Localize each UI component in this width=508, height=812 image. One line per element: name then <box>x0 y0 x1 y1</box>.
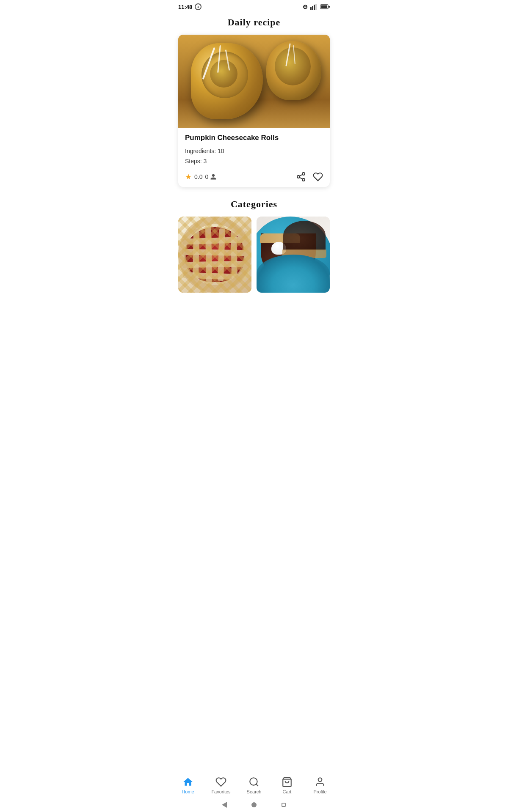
recipe-name: Pumpkin Cheesecake Rolls <box>185 134 323 142</box>
recipe-info: Pumpkin Cheesecake Rolls Ingredients: 10… <box>178 128 330 187</box>
heart-icon <box>313 172 323 182</box>
time: 11:48 <box>178 4 192 10</box>
svg-line-11 <box>300 174 303 176</box>
ingredients-label: Ingredients: <box>185 148 216 154</box>
daily-recipe-card[interactable]: Pumpkin Cheesecake Rolls Ingredients: 10… <box>178 35 330 187</box>
status-right: ⊖ <box>303 3 330 10</box>
ingredients-count: 10 <box>218 148 224 154</box>
roll-visual <box>178 35 330 128</box>
notification-dot: ● <box>195 3 202 10</box>
status-left: 11:48 ● <box>178 3 202 10</box>
categories-title: Categories <box>171 197 337 217</box>
svg-rect-0 <box>310 7 312 10</box>
share-icon <box>296 172 306 182</box>
svg-rect-6 <box>329 6 330 8</box>
battery-icon <box>320 4 330 9</box>
star-icon: ★ <box>185 172 192 181</box>
svg-rect-5 <box>321 5 327 8</box>
svg-line-10 <box>300 177 303 179</box>
rating-count: 0 <box>205 173 217 180</box>
category-card-fruit-pie[interactable] <box>178 217 251 293</box>
svg-rect-3 <box>315 4 317 10</box>
svg-rect-2 <box>314 5 315 10</box>
steps-count: 3 <box>204 158 207 165</box>
dnd-icon: ⊖ <box>303 3 308 10</box>
person-icon <box>210 173 217 180</box>
page-title: Daily recipe <box>171 12 337 35</box>
category-card-choc-pie[interactable] <box>257 217 330 293</box>
raters-count: 0 <box>205 173 208 180</box>
action-icons <box>296 172 323 182</box>
share-button[interactable] <box>296 172 306 182</box>
categories-grid <box>171 217 337 293</box>
favorite-button[interactable] <box>313 172 323 182</box>
recipe-image <box>178 35 330 128</box>
svg-point-7 <box>302 173 305 175</box>
status-bar: 11:48 ● ⊖ <box>171 0 337 12</box>
rating-section: ★ 0.0 0 <box>185 172 217 181</box>
recipe-footer: ★ 0.0 0 <box>185 172 323 182</box>
steps-label: Steps: <box>185 158 202 165</box>
svg-rect-1 <box>312 6 313 10</box>
svg-point-8 <box>297 176 300 178</box>
signal-icon <box>310 4 318 10</box>
recipe-metadata: Ingredients: 10 Steps: 3 <box>185 146 323 167</box>
svg-point-9 <box>302 178 305 181</box>
rating-value: 0.0 <box>194 173 202 180</box>
